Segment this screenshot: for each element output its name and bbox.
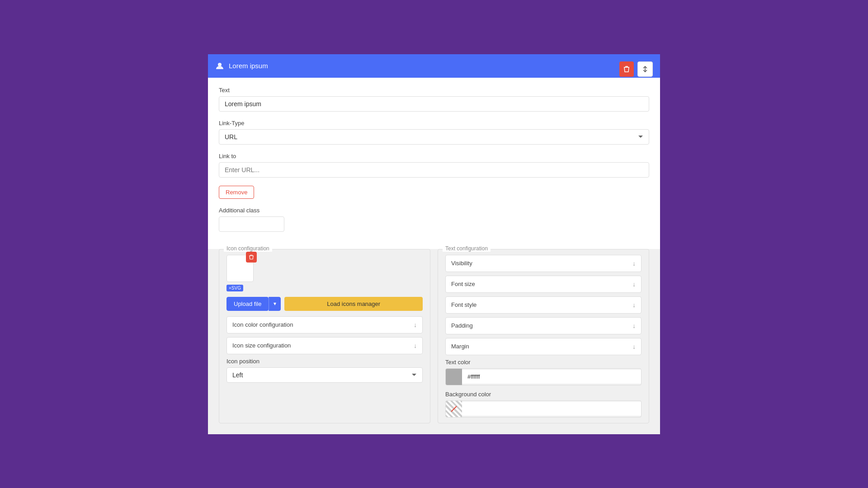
svg-point-0 bbox=[218, 63, 222, 66]
user-icon bbox=[215, 61, 224, 70]
icon-position-section: Icon position Left Right Top Bottom bbox=[226, 358, 423, 383]
svg-line-1 bbox=[451, 406, 457, 412]
additional-class-label: Additional class bbox=[219, 207, 649, 214]
font-style-row[interactable]: Font style ↓ bbox=[445, 296, 642, 314]
header-title: Lorem ipsum bbox=[229, 62, 268, 70]
header-bar: Lorem ipsum ↑ bbox=[208, 54, 660, 78]
margin-row[interactable]: Margin ↓ bbox=[445, 338, 642, 355]
upload-dropdown-button[interactable]: ▾ bbox=[269, 297, 281, 311]
link-type-section: Link-Type URL Page File Email Phone None bbox=[219, 120, 649, 145]
text-input[interactable] bbox=[219, 96, 649, 112]
bg-color-section: Background color bbox=[445, 391, 642, 418]
margin-arrow: ↓ bbox=[632, 343, 636, 350]
visibility-row[interactable]: Visibility ↓ bbox=[445, 255, 642, 272]
icon-size-arrow: ↓ bbox=[414, 342, 417, 349]
additional-class-input[interactable] bbox=[219, 216, 284, 232]
text-color-input-row bbox=[445, 368, 642, 385]
icon-color-arrow: ↓ bbox=[414, 321, 417, 328]
bg-color-label: Background color bbox=[445, 391, 642, 398]
trash-small-icon bbox=[249, 254, 254, 260]
text-color-section: Text color bbox=[445, 359, 642, 385]
content-area: Text Link-Type URL Page File Email Phone… bbox=[208, 78, 660, 249]
icon-position-label: Icon position bbox=[226, 358, 423, 365]
icon-config-title: Icon configuration bbox=[224, 245, 272, 252]
upload-row: Upload file ▾ Load icons manager bbox=[226, 297, 423, 311]
padding-row[interactable]: Padding ↓ bbox=[445, 317, 642, 334]
additional-class-section: Additional class bbox=[219, 207, 649, 232]
link-to-section: Link to bbox=[219, 153, 649, 178]
icon-size-config-row[interactable]: Icon size configuration ↓ bbox=[226, 337, 423, 354]
font-size-row[interactable]: Font size ↓ bbox=[445, 276, 642, 293]
bg-color-input-row bbox=[445, 400, 642, 418]
font-size-arrow: ↓ bbox=[632, 281, 636, 288]
link-type-label: Link-Type bbox=[219, 120, 649, 127]
link-type-select[interactable]: URL Page File Email Phone None bbox=[219, 129, 649, 145]
text-config-title: Text configuration bbox=[443, 245, 491, 252]
remove-section: Remove bbox=[219, 186, 649, 199]
upload-file-button[interactable]: Upload file bbox=[226, 297, 269, 311]
icon-position-select[interactable]: Left Right Top Bottom bbox=[226, 367, 423, 383]
remove-button[interactable]: Remove bbox=[219, 186, 254, 199]
text-config-panel: Text configuration Visibility ↓ Font siz… bbox=[438, 249, 649, 423]
icon-delete-button[interactable] bbox=[246, 252, 257, 263]
icon-preview-area: +SVG bbox=[226, 255, 423, 291]
header-left: Lorem ipsum bbox=[215, 61, 268, 70]
icon-config-panel: Icon configuration +SVG Upload file bbox=[219, 249, 430, 423]
visibility-arrow: ↓ bbox=[632, 260, 636, 267]
icon-color-label: Icon color configuration bbox=[232, 321, 293, 328]
margin-label: Margin bbox=[451, 343, 469, 350]
bg-color-value[interactable] bbox=[462, 402, 641, 416]
transparent-icon bbox=[450, 405, 458, 413]
bg-color-swatch[interactable] bbox=[446, 401, 462, 417]
font-size-label: Font size bbox=[451, 281, 475, 287]
trash-icon bbox=[623, 66, 630, 73]
icon-size-label: Icon size configuration bbox=[232, 342, 291, 349]
text-label: Text bbox=[219, 87, 649, 94]
icon-preview-box bbox=[226, 255, 254, 282]
text-section: Text bbox=[219, 87, 649, 112]
swap-button[interactable] bbox=[637, 61, 653, 77]
swap-icon bbox=[642, 66, 649, 73]
padding-label: Padding bbox=[451, 322, 473, 329]
delete-button[interactable] bbox=[619, 61, 634, 77]
text-color-value[interactable] bbox=[462, 370, 641, 384]
two-col-layout: Icon configuration +SVG Upload file bbox=[208, 249, 660, 434]
svg-badge: +SVG bbox=[226, 285, 243, 291]
font-style-arrow: ↓ bbox=[632, 301, 636, 309]
icon-color-config-row[interactable]: Icon color configuration ↓ bbox=[226, 316, 423, 333]
padding-arrow: ↓ bbox=[632, 322, 636, 329]
font-style-label: Font style bbox=[451, 301, 476, 308]
load-icons-button[interactable]: Load icons manager bbox=[284, 297, 423, 311]
text-color-label: Text color bbox=[445, 359, 642, 366]
link-to-input[interactable] bbox=[219, 162, 649, 178]
text-color-swatch[interactable] bbox=[446, 369, 462, 385]
link-to-label: Link to bbox=[219, 153, 649, 160]
visibility-label: Visibility bbox=[451, 260, 472, 267]
